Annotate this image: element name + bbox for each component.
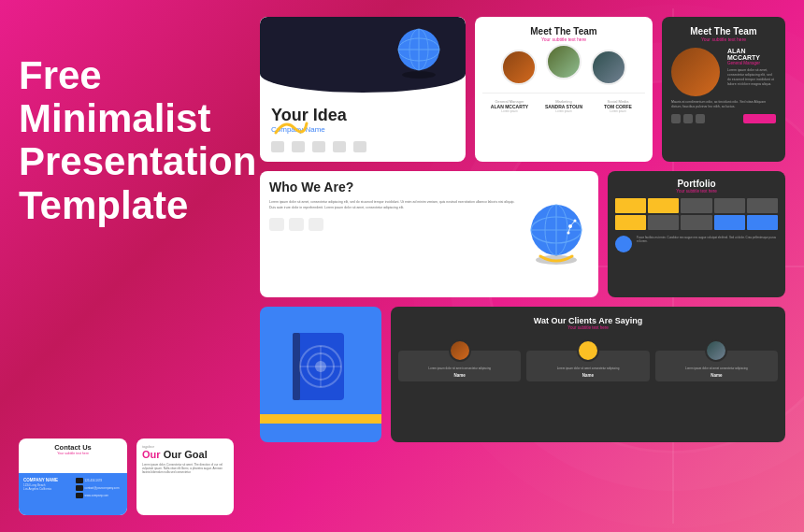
s5-cell3 <box>681 198 711 213</box>
s9-avatar2 <box>577 339 599 362</box>
bottom-left-slides: Contact Us Your subtitle text here COMPA… <box>19 439 243 515</box>
title-line3: Template <box>19 183 188 227</box>
s7-title: Our Our Goal <box>142 450 228 460</box>
slide-clients-say[interactable]: Wat Our Clients Are Saying Your subtitle… <box>391 307 785 442</box>
svg-rect-18 <box>293 333 300 400</box>
s5-desc: Fusce facilisis est enim. Curabitur nec … <box>637 236 778 243</box>
s5-cell1 <box>615 198 646 213</box>
s4-globe-icon <box>524 200 589 266</box>
s9-card2: Lorem ipsum dolor sit amet consectetur a… <box>526 351 649 381</box>
slide6-subtitle: Your subtitle text here <box>23 452 122 455</box>
slide-who-we-are[interactable]: Who We Are? Lorem ipsum dolor sit amet, … <box>260 171 598 297</box>
s9-name3: Name <box>659 373 774 378</box>
title-area: Free Minimalist Presentation Template <box>19 17 243 246</box>
s5-cell6 <box>615 215 646 230</box>
s1-icon3 <box>312 141 325 152</box>
yellow-curve-icon <box>271 119 309 137</box>
main-wrapper: Free Minimalist Presentation Template Co… <box>0 0 804 532</box>
s3-social-li <box>696 114 705 123</box>
s9-avatar1 <box>449 339 471 362</box>
s6-website: www.company.com <box>85 494 109 497</box>
s6-company-name: COMPANY NAME <box>23 478 71 482</box>
s9-avatar3 <box>705 339 727 362</box>
slide-your-idea[interactable]: Your Idea Company Name <box>260 17 466 162</box>
s9-text3: Lorem ipsum dolor sit amet consectetur a… <box>659 367 774 370</box>
s4-icon1 <box>269 218 284 231</box>
s9-title: Wat Our Clients Are Saying <box>398 316 778 325</box>
s2-avatar1 <box>501 50 537 85</box>
s3-member-role: General Manager <box>727 61 776 65</box>
s1-icon4 <box>333 141 346 152</box>
right-panel: Your Idea Company Name Meet The Team You… <box>260 17 785 515</box>
s6-email: contact@yourcompany.com <box>85 486 120 490</box>
title-line1: Free Minimalist <box>19 53 210 140</box>
s3-subtitle: Your subtitle text here <box>671 36 776 42</box>
slide-contact-us[interactable]: Contact Us Your subtitle text here COMPA… <box>19 439 127 515</box>
s4-desc: Lorem ipsum dolor sit amet, consectetur … <box>269 200 516 210</box>
s9-name2: Name <box>530 373 645 378</box>
s2-avatar3 <box>591 50 626 85</box>
s5-cell2 <box>648 198 679 213</box>
slide-book-visual[interactable] <box>260 307 381 442</box>
s9-card1: Lorem ipsum dolor sit amet consectetur a… <box>398 351 521 381</box>
s3-desc2: Mauris at condimentum odio, ac tincidunt… <box>671 100 776 109</box>
s3-member-desc: Lorem ipsum dolor sit amet, consectetur … <box>727 68 776 87</box>
s5-cell7 <box>648 215 679 230</box>
s3-title: Meet The Team <box>671 26 776 36</box>
s9-text2: Lorem ipsum dolor sit amet consectetur a… <box>530 367 645 370</box>
slide6-title: Contact Us <box>23 443 122 452</box>
s5-cell5 <box>747 198 778 213</box>
middle-row: Who We Are? Lorem ipsum dolor sit amet, … <box>260 171 785 297</box>
svg-point-5 <box>402 71 436 79</box>
title-line2: Presentation <box>19 139 256 183</box>
s2-subtitle: Your subtitle text here <box>482 36 645 42</box>
top-row: Your Idea Company Name Meet The Team You… <box>260 17 785 162</box>
s3-social-fb <box>671 114 681 123</box>
s6-address2: Los Angeles California <box>23 487 71 491</box>
s4-icon2 <box>289 218 304 231</box>
s2-title: Meet The Team <box>482 26 645 36</box>
slide-meet-team-light[interactable]: Meet The Team Your subtitle text here Ge… <box>475 17 653 162</box>
s2-avatar2 <box>546 44 581 79</box>
s8-book-icon <box>283 328 358 417</box>
s5-title: Portfolio <box>615 179 778 189</box>
s7-desc: Lorem ipsum dolor, Consectetur sit amet.… <box>142 463 228 475</box>
s3-member-name: ALAN MCCARTY <box>727 48 776 61</box>
s9-card3: Lorem ipsum dolor sit amet consectetur a… <box>655 351 778 381</box>
s1-icon5 <box>353 141 366 152</box>
main-title: Free Minimalist Presentation Template <box>19 26 243 246</box>
s5-avatar <box>615 236 632 252</box>
s6-phone: 123-456-5678 <box>85 479 103 482</box>
s3-social-ig <box>683 114 693 123</box>
s6-email-icon <box>76 485 83 491</box>
s1-icon1 <box>271 141 284 152</box>
s9-name1: Name <box>402 373 517 378</box>
s5-cell4 <box>714 198 745 213</box>
bottom-row: Wat Our Clients Are Saying Your subtitle… <box>260 307 785 442</box>
s9-text1: Lorem ipsum dolor sit amet consectetur a… <box>402 367 517 370</box>
s5-subtitle: Your subtitle text here <box>615 189 778 194</box>
s5-cell8 <box>681 215 711 230</box>
slide-our-goal[interactable]: tagplace Our Our Goal Lorem ipsum dolor,… <box>136 439 234 515</box>
s6-web-icon <box>76 493 83 498</box>
slide-meet-team-dark[interactable]: Meet The Team Your subtitle text here AL… <box>662 17 785 162</box>
s6-phone-icon <box>76 478 83 483</box>
s1-icon2 <box>292 141 305 152</box>
s3-avatar <box>671 48 720 96</box>
s5-cell10 <box>747 215 778 230</box>
slide-portfolio[interactable]: Portfolio Your subtitle text here <box>608 171 785 297</box>
s4-title: Who We Are? <box>269 180 353 194</box>
s5-cell9 <box>714 215 745 230</box>
left-panel: Free Minimalist Presentation Template Co… <box>19 17 243 515</box>
s9-subtitle: Your subtitle text here <box>398 325 778 330</box>
s4-icon3 <box>309 218 323 231</box>
globe-icon <box>391 26 447 82</box>
s3-cta-btn[interactable] <box>743 114 776 123</box>
